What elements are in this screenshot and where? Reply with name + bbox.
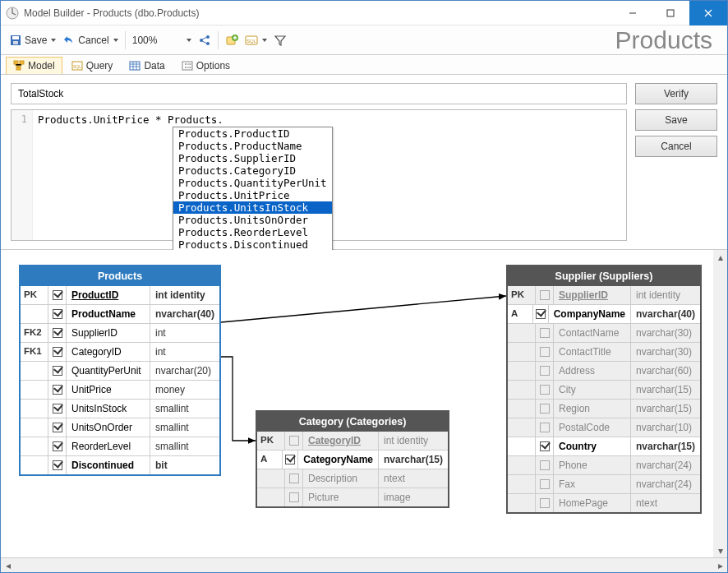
include-checkbox[interactable] — [536, 418, 554, 437]
include-checkbox[interactable] — [536, 400, 554, 418]
entity-column-row[interactable]: PKProductIDint identity — [21, 286, 219, 304]
autocomplete-item[interactable]: Products.QuantityPerUnit — [173, 177, 332, 189]
entity-column-row[interactable]: Countrynvarchar(15) — [508, 437, 700, 455]
autocomplete-item[interactable]: Products.UnitsOnOrder — [173, 214, 332, 226]
column-type: int identity — [150, 286, 219, 304]
include-checkbox[interactable] — [533, 305, 549, 323]
app-icon — [6, 7, 19, 20]
include-checkbox[interactable] — [48, 305, 67, 323]
entity-column-row[interactable]: UnitsInStocksmallint — [21, 399, 219, 418]
entity-column-row[interactable]: QuantityPerUnitnvarchar(20) — [21, 361, 219, 380]
autocomplete-item[interactable]: Products.UnitPrice — [173, 189, 332, 201]
entity-column-row[interactable]: Phonenvarchar(24) — [508, 455, 700, 474]
autocomplete-popup[interactable]: Products.ProductIDProducts.ProductNamePr… — [173, 127, 333, 252]
entity-category[interactable]: Category (Categories) PKCategoryIDint id… — [256, 410, 449, 508]
minimize-button[interactable] — [614, 1, 652, 25]
entity-column-row[interactable]: Regionnvarchar(15) — [508, 399, 700, 418]
scroll-right-icon[interactable]: ▸ — [713, 558, 727, 572]
maximize-button[interactable] — [652, 1, 689, 25]
entity-column-row[interactable]: UnitsOnOrdersmallint — [21, 418, 219, 437]
include-checkbox[interactable] — [536, 324, 554, 342]
entity-products[interactable]: Products PKProductIDint identityProductN… — [19, 265, 221, 476]
include-checkbox[interactable] — [283, 451, 298, 469]
scroll-up-icon[interactable]: ▴ — [713, 250, 727, 264]
autocomplete-item[interactable]: Products.SupplierID — [173, 152, 332, 164]
vertical-scrollbar[interactable]: ▴ ▾ — [713, 250, 727, 557]
include-checkbox[interactable] — [48, 418, 67, 437]
autocomplete-item[interactable]: Products.ProductName — [173, 140, 332, 152]
entity-column-row[interactable]: ReorderLevelsmallint — [21, 437, 219, 455]
zoom-select[interactable]: 100% — [129, 33, 195, 48]
entity-column-row[interactable]: PKCategoryIDint identity — [257, 432, 448, 450]
include-checkbox[interactable] — [536, 286, 554, 304]
autocomplete-item[interactable]: Products.UnitsInStock — [173, 201, 332, 214]
include-checkbox[interactable] — [48, 400, 67, 418]
checkbox-icon — [540, 366, 550, 376]
horizontal-scrollbar[interactable]: ◂ ▸ — [1, 558, 727, 572]
entity-column-row[interactable]: HomePagentext — [508, 493, 700, 512]
include-checkbox[interactable] — [536, 381, 554, 399]
include-checkbox[interactable] — [536, 437, 554, 455]
entity-column-row[interactable]: PKSupplierIDint identity — [508, 286, 700, 304]
scroll-down-icon[interactable]: ▾ — [713, 543, 727, 557]
entity-column-row[interactable]: PostalCodenvarchar(10) — [508, 418, 700, 437]
autocomplete-item[interactable]: Products.ReorderLevel — [173, 226, 332, 238]
include-checkbox[interactable] — [536, 456, 554, 474]
include-checkbox[interactable] — [536, 494, 554, 512]
verify-button[interactable]: Verify — [635, 83, 717, 104]
sql-button[interactable]: SQL — [242, 32, 270, 49]
save-button[interactable]: Save — [635, 109, 717, 131]
entity-column-row[interactable]: FK1CategoryIDint — [21, 342, 219, 361]
tab-data[interactable]: Data — [122, 57, 172, 74]
share-button[interactable] — [195, 32, 214, 49]
close-button[interactable] — [689, 1, 727, 25]
autocomplete-item[interactable]: Products.Discontinued — [173, 238, 332, 251]
include-checkbox[interactable] — [536, 343, 554, 361]
entity-column-row[interactable]: ACompanyNamenvarchar(40) — [508, 304, 700, 323]
autocomplete-item[interactable]: Products.ProductID — [173, 127, 332, 140]
include-checkbox[interactable] — [48, 343, 67, 361]
tab-label: Options — [196, 60, 230, 72]
field-name-input[interactable] — [11, 83, 627, 104]
entity-column-row[interactable]: ProductNamenvarchar(40) — [21, 304, 219, 323]
add-button[interactable] — [222, 32, 242, 49]
include-checkbox[interactable] — [48, 286, 67, 304]
entity-column-row[interactable]: FK2SupplierIDint — [21, 323, 219, 342]
scroll-left-icon[interactable]: ◂ — [1, 558, 15, 572]
include-checkbox[interactable] — [285, 432, 303, 450]
include-checkbox[interactable] — [48, 456, 67, 474]
diagram-canvas[interactable]: Products PKProductIDint identityProductN… — [1, 250, 713, 557]
tab-query[interactable]: SQL Query — [64, 57, 121, 74]
entity-column-row[interactable]: ContactTitlenvarchar(30) — [508, 342, 700, 361]
include-checkbox[interactable] — [48, 381, 67, 399]
include-checkbox[interactable] — [536, 475, 554, 493]
entity-column-row[interactable]: Descriptionntext — [257, 469, 448, 488]
checkbox-icon — [53, 404, 62, 414]
include-checkbox[interactable] — [48, 324, 67, 342]
save-button[interactable]: Save — [6, 32, 59, 49]
cancel-button[interactable]: Cancel — [59, 32, 121, 49]
entity-column-row[interactable]: Faxnvarchar(24) — [508, 474, 700, 493]
entity-supplier[interactable]: Supplier (Suppliers) PKSupplierIDint ide… — [506, 265, 702, 514]
include-checkbox[interactable] — [48, 437, 67, 455]
tab-model[interactable]: Model — [6, 57, 62, 74]
code-editor[interactable]: 1 Products.UnitPrice * Products. Product… — [11, 109, 627, 241]
entity-column-row[interactable]: Pictureimage — [257, 488, 448, 506]
entity-column-row[interactable]: Discontinuedbit — [21, 455, 219, 474]
tab-options[interactable]: Options — [174, 57, 237, 74]
key-indicator — [21, 400, 48, 418]
key-indicator — [21, 456, 48, 474]
cancel-button[interactable]: Cancel — [635, 136, 717, 157]
entity-column-row[interactable]: UnitPricemoney — [21, 380, 219, 399]
include-checkbox[interactable] — [285, 469, 303, 488]
key-indicator — [508, 456, 536, 474]
filter-button[interactable] — [270, 32, 290, 49]
entity-column-row[interactable]: Citynvarchar(15) — [508, 380, 700, 399]
entity-column-row[interactable]: Addressnvarchar(60) — [508, 361, 700, 380]
include-checkbox[interactable] — [48, 362, 67, 380]
entity-column-row[interactable]: ContactNamenvarchar(30) — [508, 323, 700, 342]
autocomplete-item[interactable]: Products.CategoryID — [173, 164, 332, 177]
include-checkbox[interactable] — [536, 362, 554, 380]
include-checkbox[interactable] — [285, 488, 303, 506]
entity-column-row[interactable]: ACategoryNamenvarchar(15) — [257, 450, 448, 469]
